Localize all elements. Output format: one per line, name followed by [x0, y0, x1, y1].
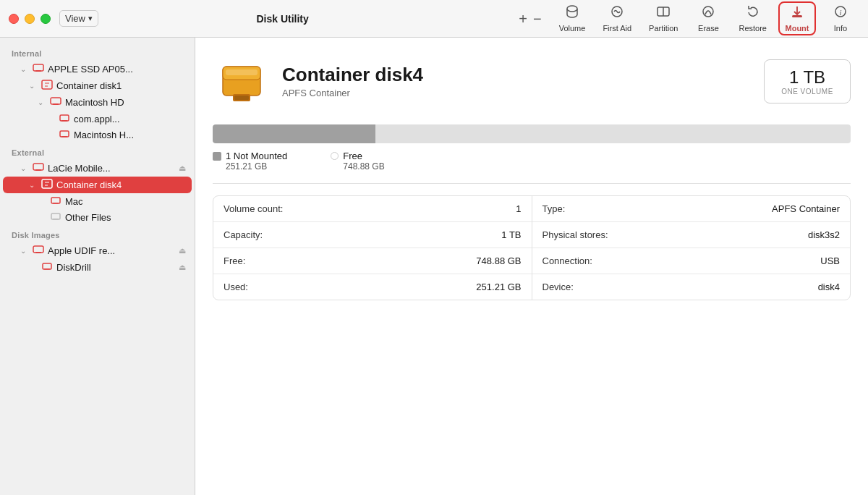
chevron-icon: ⌄: [20, 65, 29, 73]
info-row-volume-count: Volume count: 1: [213, 196, 532, 222]
firstaid-icon: [609, 4, 625, 22]
sidebar-item-container-disk4[interactable]: ⌄ Container disk4: [3, 177, 192, 193]
free-dot: [331, 152, 339, 160]
drive-icon: [49, 96, 62, 109]
svg-point-0: [567, 6, 577, 12]
sidebar-item-mac[interactable]: ⌄ Mac: [3, 193, 192, 209]
firstaid-button[interactable]: First Aid: [597, 1, 637, 35]
lacie-label: LaCie Mobile...: [48, 163, 176, 174]
disk-type: APFS Container: [282, 88, 764, 98]
drive-icon: [32, 63, 45, 75]
legend-used: 1 Not Mounted 251.21 GB: [213, 151, 287, 172]
info-row-free: Free: 748.88 GB: [213, 248, 532, 274]
mount-button[interactable]: Mount: [778, 1, 816, 35]
add-remove-area: + −: [516, 12, 544, 26]
apple-udif-label: Apple UDIF re...: [48, 245, 176, 256]
eject-icon[interactable]: ⏏: [179, 164, 186, 173]
svg-rect-14: [61, 120, 67, 122]
info-val: USB: [820, 255, 840, 266]
sidebar-item-other-files[interactable]: ⌄ Other Files: [3, 209, 192, 225]
disk-size-label: ONE VOLUME: [779, 88, 835, 96]
restore-icon: [745, 4, 761, 22]
svg-rect-26: [43, 263, 51, 269]
chevron-icon: ⌄: [20, 247, 29, 255]
section-diskimages: Disk Images: [0, 225, 195, 242]
add-button[interactable]: +: [516, 12, 530, 26]
chevron-icon: ⌄: [29, 82, 38, 90]
info-row-physical: Physical stores: disk3s2: [532, 222, 851, 248]
eject-icon[interactable]: ⏏: [179, 246, 186, 255]
info-val: disk4: [818, 282, 840, 292]
container-disk4-label: Container disk4: [56, 179, 186, 190]
svg-rect-27: [44, 268, 50, 270]
svg-text:i: i: [839, 8, 841, 17]
traffic-lights: [9, 14, 51, 24]
info-icon: i: [833, 4, 848, 22]
erase-icon: [700, 4, 716, 22]
partition-used: [213, 124, 375, 143]
partition-label: Partition: [649, 24, 678, 33]
eject-icon[interactable]: ⏏: [179, 263, 186, 272]
info-button[interactable]: i Info: [822, 1, 859, 35]
mount-icon: [789, 4, 805, 22]
minimize-button[interactable]: [25, 14, 35, 24]
free-size: 748.88 GB: [343, 161, 384, 172]
info-row-type: Type: APFS Container: [532, 196, 851, 222]
section-internal: Internal: [0, 43, 195, 61]
info-label: Info: [834, 24, 847, 33]
info-key: Device:: [542, 282, 574, 292]
remove-button[interactable]: −: [530, 12, 545, 26]
partition-button[interactable]: Partition: [643, 1, 684, 35]
info-val: 1 TB: [501, 229, 521, 240]
partition-bar-container: 1 Not Mounted 251.21 GB Free 748.88 GB: [213, 124, 851, 184]
info-val: 251.21 GB: [476, 282, 521, 292]
drive-icon: [58, 113, 71, 124]
sidebar-item-apple-ssd[interactable]: ⌄ APPLE SSD AP05...: [3, 61, 192, 77]
info-row-connection: Connection: USB: [532, 248, 851, 274]
svg-rect-22: [51, 213, 60, 219]
info-key: Physical stores:: [542, 229, 608, 240]
svg-rect-8: [33, 64, 43, 71]
svg-rect-18: [35, 169, 41, 171]
drive-icon: [32, 162, 45, 174]
sidebar-item-container-disk1[interactable]: ⌄ Container disk1: [3, 77, 192, 94]
sidebar-item-macintosh-h[interactable]: ⌄ Macintosh H...: [3, 127, 192, 143]
info-key: Connection:: [542, 255, 592, 266]
svg-rect-24: [33, 246, 43, 253]
svg-rect-10: [42, 80, 52, 89]
sidebar-item-lacie[interactable]: ⌄ LaCie Mobile... ⏏: [3, 160, 192, 177]
info-val: 748.88 GB: [476, 255, 521, 266]
restore-button[interactable]: Restore: [733, 1, 773, 35]
other-files-label: Other Files: [65, 212, 186, 223]
erase-button[interactable]: Erase: [689, 1, 727, 35]
restore-label: Restore: [739, 24, 767, 33]
info-key: Capacity:: [224, 229, 263, 240]
firstaid-label: First Aid: [603, 24, 631, 33]
macintosh-h-label: Macintosh H...: [74, 130, 186, 140]
info-col-right: Type: APFS Container Physical stores: di…: [532, 196, 851, 300]
sidebar-item-macintosh-hd[interactable]: ⌄ Macintosh HD: [3, 94, 192, 111]
close-button[interactable]: [9, 14, 19, 24]
volume-button[interactable]: Volume: [553, 1, 592, 35]
svg-rect-19: [42, 179, 52, 188]
used-size: 251.21 GB: [226, 161, 287, 172]
chevron-icon: ⌄: [29, 181, 38, 189]
drive-icon: [58, 129, 71, 140]
sidebar-item-diskdrill[interactable]: ⌄ DiskDrill ⏏: [3, 259, 192, 275]
app-title: Disk Utility: [49, 13, 516, 25]
used-dot: [213, 152, 221, 161]
sidebar-item-apple-udif[interactable]: ⌄ Apple UDIF re... ⏏: [3, 242, 192, 259]
sidebar-item-com-apple[interactable]: ⌄ com.appl...: [3, 111, 192, 127]
disk-name: Container disk4: [282, 64, 764, 86]
info-table: Volume count: 1 Capacity: 1 TB Free: 748…: [213, 195, 851, 300]
svg-rect-9: [35, 70, 41, 72]
info-row-capacity: Capacity: 1 TB: [213, 222, 532, 248]
svg-rect-11: [51, 98, 61, 104]
free-label: Free: [343, 151, 384, 161]
partition-legend: 1 Not Mounted 251.21 GB Free 748.88 GB: [213, 151, 851, 172]
svg-rect-23: [53, 219, 59, 220]
disk-size-badge: 1 TB ONE VOLUME: [764, 59, 851, 103]
svg-rect-31: [234, 96, 249, 100]
mac-label: Mac: [65, 196, 186, 207]
svg-rect-13: [60, 115, 69, 121]
